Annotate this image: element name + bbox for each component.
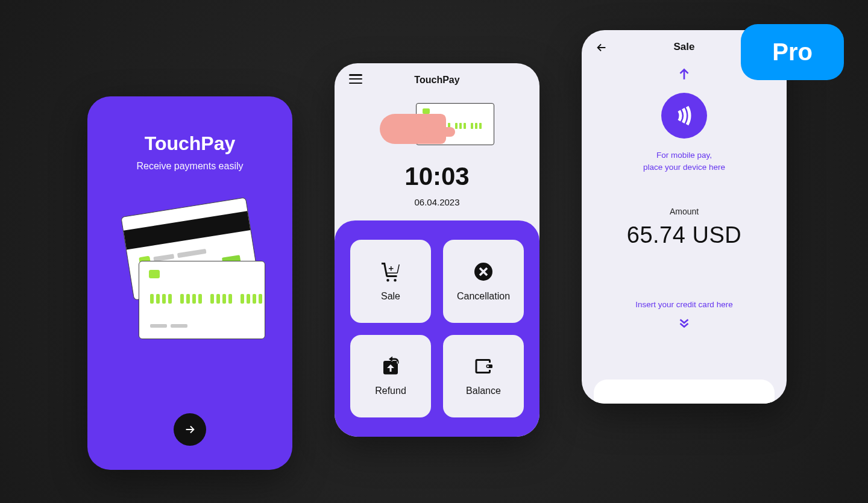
- amount-label: Amount: [670, 207, 699, 216]
- refund-label: Refund: [375, 386, 406, 396]
- refund-icon: [380, 355, 401, 377]
- clock-date: 06.04.2023: [335, 197, 539, 207]
- next-button[interactable]: [174, 413, 206, 446]
- action-grid: Sale Cancellation Refund Balance: [335, 220, 539, 437]
- insert-card-text: Insert your credit card here: [635, 300, 732, 309]
- sale-title: Sale: [674, 41, 695, 53]
- pro-badge: Pro: [741, 24, 844, 80]
- cancellation-tile[interactable]: Cancellation: [443, 240, 524, 323]
- home-screen: TouchPay 10:03 06.04.2023 Sale Cancellat…: [335, 63, 539, 437]
- refund-tile[interactable]: Refund: [350, 335, 431, 418]
- balance-label: Balance: [466, 386, 501, 396]
- cancel-icon: [473, 261, 494, 283]
- cancellation-label: Cancellation: [457, 291, 510, 302]
- mobile-pay-instructions: For mobile pay, place your device here: [643, 149, 725, 173]
- onboarding-screen: TouchPay Receive payments easily: [87, 96, 292, 470]
- sale-tile[interactable]: Sale: [350, 240, 431, 323]
- amount-value: 65.74 USD: [627, 222, 741, 248]
- app-title: TouchPay: [145, 133, 236, 155]
- nfc-indicator: [661, 93, 707, 139]
- arrow-left-icon: [595, 41, 608, 54]
- hand-card-illustration: [380, 103, 494, 151]
- wallet-icon: [473, 355, 494, 377]
- arrow-up-icon: [676, 66, 692, 84]
- balance-tile[interactable]: Balance: [443, 335, 524, 418]
- clock-time: 10:03: [335, 162, 539, 191]
- cards-illustration: [121, 207, 259, 339]
- sale-screen: Sale For mobile pay, place your device h…: [582, 30, 787, 404]
- contactless-icon: [672, 104, 696, 128]
- bottom-sheet[interactable]: [594, 380, 775, 404]
- cart-icon: [380, 261, 401, 283]
- menu-icon[interactable]: [349, 74, 362, 84]
- app-subtitle: Receive payments easily: [137, 161, 244, 172]
- arrow-right-icon: [183, 423, 197, 436]
- home-title: TouchPay: [414, 75, 459, 86]
- back-button[interactable]: [595, 41, 608, 57]
- chevrons-down-icon: [676, 315, 692, 333]
- sale-label: Sale: [381, 291, 400, 302]
